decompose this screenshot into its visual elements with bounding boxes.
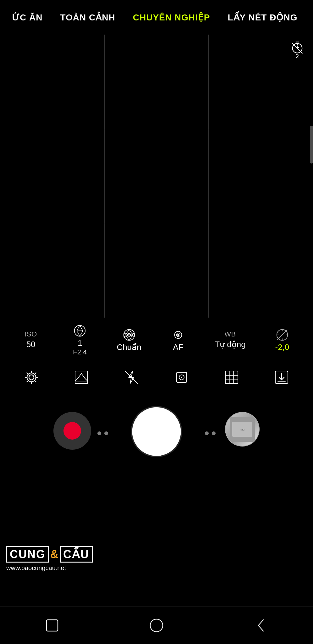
wb-label: WB bbox=[224, 330, 236, 338]
exposure-value: -2,0 bbox=[275, 342, 289, 352]
wb-value: Tự động bbox=[215, 340, 246, 349]
save-button[interactable] bbox=[271, 366, 293, 388]
svg-point-47 bbox=[150, 619, 163, 632]
dot-2 bbox=[104, 431, 108, 435]
mode-tabs-bar: ỨC ĂN TOÀN CẢNH CHUYÊN NGHIỆP LẤY NÉT ĐỘ… bbox=[0, 0, 313, 35]
grid-button[interactable] bbox=[221, 366, 243, 388]
back-icon bbox=[252, 617, 270, 634]
af-icon bbox=[171, 327, 186, 342]
grid-line-h1 bbox=[0, 129, 313, 129]
histogram-button[interactable] bbox=[70, 366, 92, 388]
aperture-control[interactable]: 1 F2.4 bbox=[67, 323, 92, 356]
iso-control[interactable]: ISO 50 bbox=[18, 330, 43, 349]
iso-label: ISO bbox=[25, 330, 37, 338]
scroll-indicator bbox=[310, 126, 313, 164]
watermark-brand1: CUNG bbox=[6, 546, 49, 563]
exposure-control[interactable]: -2,0 bbox=[270, 327, 295, 352]
timer-svg-icon bbox=[290, 41, 304, 54]
settings-button[interactable] bbox=[20, 366, 42, 388]
focus-area-icon bbox=[173, 369, 190, 386]
svg-rect-30 bbox=[75, 371, 88, 384]
watermark-url: www.baocungcau.net bbox=[6, 564, 93, 572]
grid-line-v1 bbox=[104, 35, 105, 318]
recent-apps-icon bbox=[43, 617, 61, 634]
mode-tab-toan-canh[interactable]: TOÀN CẢNH bbox=[60, 12, 115, 23]
grid-icon bbox=[223, 369, 240, 386]
grid-line-h2 bbox=[0, 223, 313, 223]
dot-1 bbox=[97, 431, 101, 435]
focus-area-button[interactable] bbox=[171, 366, 193, 388]
mode-dots-left bbox=[97, 431, 108, 435]
af-value: AF bbox=[173, 342, 183, 352]
mode-tab-uc-an[interactable]: ỨC ĂN bbox=[12, 12, 42, 23]
record-button[interactable] bbox=[53, 412, 91, 450]
timer-value: 2 bbox=[296, 53, 299, 60]
wb-control[interactable]: WB Tự động bbox=[215, 330, 246, 349]
dot-3 bbox=[205, 431, 209, 435]
timer-button[interactable]: 2 bbox=[288, 41, 307, 60]
af-control[interactable]: AF bbox=[166, 327, 191, 352]
mode-tab-lay-net-dong[interactable]: LẤY NÉT ĐỘNG bbox=[228, 12, 297, 23]
settings-icon bbox=[23, 369, 40, 386]
home-button[interactable] bbox=[142, 613, 171, 638]
thumbnail-preview-icon: IMG bbox=[230, 417, 255, 442]
watermark-amp: & bbox=[50, 548, 58, 561]
iso-value: 50 bbox=[26, 340, 36, 349]
aperture-value: 1 bbox=[78, 338, 82, 348]
histogram-icon bbox=[73, 369, 90, 386]
home-icon bbox=[148, 617, 165, 634]
svg-point-28 bbox=[29, 375, 34, 380]
back-button[interactable] bbox=[247, 613, 275, 638]
svg-rect-46 bbox=[47, 620, 58, 631]
svg-point-35 bbox=[181, 377, 182, 378]
watermark: CUNG & CẦU www.baocungcau.net bbox=[6, 546, 93, 572]
thumbnail-button[interactable]: IMG bbox=[225, 412, 260, 447]
camera-toolbar bbox=[0, 362, 313, 393]
shutter-button[interactable] bbox=[132, 407, 181, 456]
svg-rect-36 bbox=[225, 371, 238, 384]
svg-line-27 bbox=[277, 330, 287, 340]
recent-apps-button[interactable] bbox=[38, 613, 66, 638]
flash-button[interactable] bbox=[120, 366, 142, 388]
shutter-area: IMG bbox=[0, 396, 313, 465]
pro-controls-bar: ISO 50 1 F2.4 bbox=[0, 318, 313, 362]
viewfinder[interactable] bbox=[0, 35, 313, 318]
navigation-bar bbox=[0, 606, 313, 644]
shutter-icon bbox=[122, 327, 137, 342]
svg-text:IMG: IMG bbox=[240, 428, 244, 431]
svg-point-20 bbox=[177, 334, 179, 336]
svg-point-29 bbox=[27, 373, 36, 382]
aperture-sub: F2.4 bbox=[73, 348, 87, 356]
shutter-control[interactable]: Chuẩn bbox=[117, 327, 142, 352]
watermark-brand2: CẦU bbox=[60, 546, 93, 563]
record-icon bbox=[63, 422, 81, 440]
aperture-icon bbox=[72, 323, 87, 338]
grid-line-v2 bbox=[208, 35, 209, 318]
mode-tab-chuyen-nghiep[interactable]: CHUYÊN NGHIỆP bbox=[133, 12, 210, 23]
dot-4 bbox=[212, 431, 216, 435]
download-icon bbox=[273, 369, 290, 386]
thumbnail-image: IMG bbox=[226, 413, 259, 446]
shutter-value: Chuẩn bbox=[117, 342, 141, 352]
exposure-icon bbox=[275, 327, 290, 342]
mode-dots-right bbox=[205, 431, 216, 435]
flash-off-icon bbox=[123, 369, 140, 386]
